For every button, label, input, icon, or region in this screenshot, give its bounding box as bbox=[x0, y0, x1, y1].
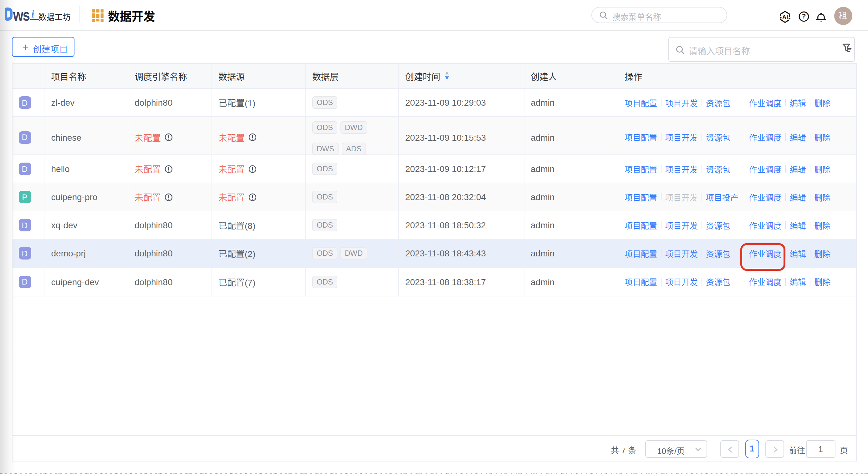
svg-text:?: ? bbox=[802, 12, 806, 20]
svg-text:AI: AI bbox=[782, 13, 788, 20]
